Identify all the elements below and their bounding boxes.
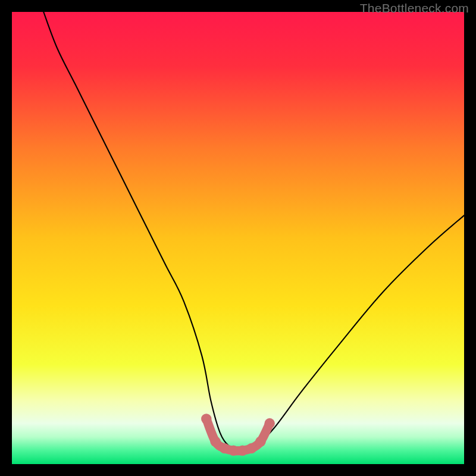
bottleneck-curve xyxy=(43,12,464,451)
highlight-dot xyxy=(219,443,229,453)
highlight-dot xyxy=(255,436,265,446)
highlight-dot xyxy=(246,443,256,453)
highlight-dot xyxy=(237,445,248,455)
curve-layer xyxy=(12,12,464,464)
highlight-dot xyxy=(264,418,274,428)
plot-area xyxy=(12,12,464,464)
chart-stage: TheBottleneck.com xyxy=(0,0,476,476)
highlight-dot xyxy=(228,445,239,455)
highlight-dot xyxy=(201,414,211,424)
watermark-text: TheBottleneck.com xyxy=(360,1,469,15)
highlight-dot xyxy=(210,436,220,446)
